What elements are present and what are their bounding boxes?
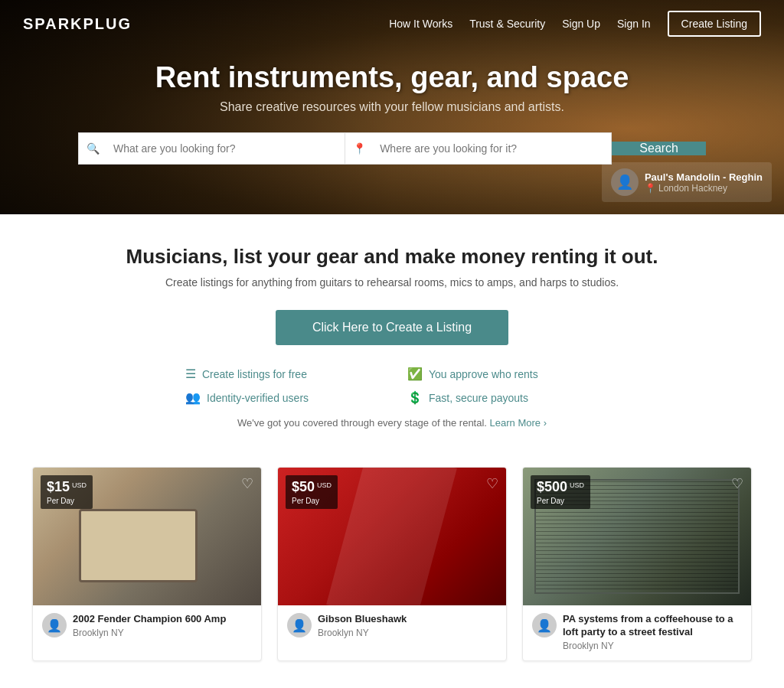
listing-1-price: $15 USD Per Day [41,475,93,509]
listing-2-image-wrap: $50 USD Per Day ♡ [278,468,506,605]
listing-1-details: 2002 Fender Champion 600 Amp Brooklyn NY [73,613,252,638]
nav-links: How It Works Trust & Security Sign Up Si… [389,11,761,37]
brand-logo: SPARKPLUG [23,15,132,33]
search-button[interactable]: Search [612,142,706,155]
listing-3-location: Brooklyn NY [563,641,742,651]
listing-card-3[interactable]: $500 USD Per Day ♡ 👤 PA systems from a c… [522,467,752,661]
main-section: Musicians, list your gear and make money… [0,214,784,467]
search-icon: 🔍 [79,133,107,164]
users-icon: 👥 [185,390,201,405]
list-icon: ☰ [185,367,196,381]
listing-1-avatar: 👤 [42,613,67,637]
feature-listings-free: ☰ Create listings for free [185,367,377,381]
feature-payouts-text: Fast, secure payouts [429,392,528,404]
hero-content: Rent instruments, gear, and space Share … [0,47,784,114]
listing-2-info: 👤 Gibson Blueshawk Brooklyn NY [278,605,506,647]
listing-1-title: 2002 Fender Champion 600 Amp [73,613,252,626]
listing-2-currency: USD [317,481,332,489]
hero-listing-info: Paul's Mandolin - Reghin 📍 London Hackne… [645,171,763,194]
listing-1-amount: $15 [47,479,70,494]
search-where-wrap: 📍 [345,132,612,165]
main-nav: SPARKPLUG How It Works Trust & Security … [0,0,784,47]
main-subtext: Create listings for anything from guitar… [15,276,769,289]
feature-secure-payouts: 💲 Fast, secure payouts [407,390,599,405]
listing-3-favorite-icon[interactable]: ♡ [731,475,743,492]
search-where-input[interactable] [374,133,611,164]
create-listing-button[interactable]: Create Listing [668,11,761,37]
nav-sign-up[interactable]: Sign Up [562,18,600,30]
check-icon: ✅ [407,367,423,381]
pagination: Browse More › [0,684,784,688]
hero-title: Rent instruments, gear, and space [0,61,784,94]
location-icon: 📍 [345,133,374,164]
listing-3-period: Per Day [537,496,584,506]
listing-2-period: Per Day [292,496,332,506]
listings-grid: $15 USD Per Day ♡ 👤 2002 Fender Champion… [17,467,767,684]
feature-approve-text: You approve who rents [429,368,538,380]
listing-card-2[interactable]: $50 USD Per Day ♡ 👤 Gibson Blueshawk Bro… [277,467,507,661]
listing-3-title: PA systems from a coffeehouse to a loft … [563,613,742,639]
hero-section: SPARKPLUG How It Works Trust & Security … [0,0,784,214]
search-what-input[interactable] [107,133,345,164]
listing-1-image-wrap: $15 USD Per Day ♡ [33,468,261,605]
nav-how-it-works[interactable]: How It Works [389,18,452,30]
feature-approve-who-rents: ✅ You approve who rents [407,367,599,381]
listing-2-avatar: 👤 [287,613,312,637]
listing-3-avatar: 👤 [532,613,557,637]
listing-1-currency: USD [72,481,87,489]
listing-3-currency: USD [570,481,584,489]
listing-3-image-wrap: $500 USD Per Day ♡ [523,468,751,605]
listing-2-price: $50 USD Per Day [286,475,338,509]
hero-listing-location: 📍 London Hackney [645,183,763,194]
cta-button[interactable]: Click Here to Create a Listing [276,310,508,345]
nav-sign-in[interactable]: Sign In [617,18,651,30]
main-headline: Musicians, list your gear and make money… [15,245,769,269]
dollar-icon: 💲 [407,390,423,405]
listing-3-amount: $500 [537,479,567,494]
listing-1-favorite-icon[interactable]: ♡ [241,475,253,492]
hero-subtitle: Share creative resources with your fello… [0,100,784,114]
feature-identity-verified: 👥 Identity-verified users [185,390,377,405]
hero-listing-card[interactable]: 👤 Paul's Mandolin - Reghin 📍 London Hack… [602,162,772,202]
search-what-wrap: 🔍 [78,132,345,165]
learn-more-link[interactable]: Learn More › [490,417,547,429]
listing-1-period: Per Day [47,496,87,506]
listing-2-amount: $50 [292,479,315,494]
listing-3-price: $500 USD Per Day [531,475,590,509]
search-bar: 🔍 📍 Search [78,132,706,165]
listing-1-info: 👤 2002 Fender Champion 600 Amp Brooklyn … [33,605,261,647]
nav-trust-security[interactable]: Trust & Security [469,18,545,30]
feature-identity-text: Identity-verified users [207,392,309,404]
hero-listing-name: Paul's Mandolin - Reghin [645,171,763,183]
hero-listing-avatar: 👤 [611,168,639,196]
features-grid: ☰ Create listings for free ✅ You approve… [185,367,599,405]
location-pin-icon: 📍 [645,183,656,194]
listing-2-favorite-icon[interactable]: ♡ [486,475,498,492]
feature-listings-free-text: Create listings for free [202,368,307,380]
listing-1-location: Brooklyn NY [73,628,252,638]
listing-2-title: Gibson Blueshawk [318,613,497,626]
listing-2-location: Brooklyn NY [318,628,497,638]
hero-listing-location-text: London Hackney [658,183,727,194]
listing-card-1[interactable]: $15 USD Per Day ♡ 👤 2002 Fender Champion… [32,467,262,661]
listing-2-details: Gibson Blueshawk Brooklyn NY [318,613,497,638]
listing-3-details: PA systems from a coffeehouse to a loft … [563,613,742,651]
listing-3-info: 👤 PA systems from a coffeehouse to a lof… [523,605,751,660]
coverage-text: We've got you covered through every stag… [15,417,769,429]
